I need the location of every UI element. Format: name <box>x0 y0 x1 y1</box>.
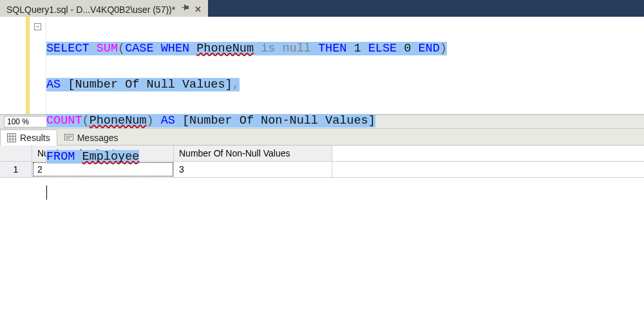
zoom-value: 100 % <box>7 117 29 126</box>
results-grid-icon <box>7 133 16 142</box>
ssms-window: SQLQuery1.sql - D...V4KQ0B2\user (57))* … <box>0 0 644 322</box>
outline-toggle[interactable]: − <box>30 17 46 114</box>
document-tab-title: SQLQuery1.sql - D...V4KQ0B2\user (57))* <box>6 5 175 15</box>
row-selector-header[interactable] <box>0 146 32 161</box>
row-number[interactable]: 1 <box>0 162 32 177</box>
tab-messages-label: Messages <box>77 133 118 143</box>
code-text[interactable]: SELECT SUM(CASE WHEN PhoneNum is null TH… <box>46 17 450 114</box>
tab-messages[interactable]: Messages <box>57 129 126 146</box>
pin-icon[interactable] <box>182 5 189 14</box>
sql-editor[interactable]: − SELECT SUM(CASE WHEN PhoneNum is null … <box>0 17 644 115</box>
editor-margin: − <box>0 17 46 114</box>
tab-results[interactable]: Results <box>0 129 57 146</box>
text-caret <box>46 185 47 200</box>
collapse-icon[interactable]: − <box>34 23 41 30</box>
tab-actions: ✕ <box>182 5 202 14</box>
tab-results-label: Results <box>20 133 50 143</box>
document-tab[interactable]: SQLQuery1.sql - D...V4KQ0B2\user (57))* … <box>0 0 208 17</box>
messages-icon <box>64 133 73 142</box>
svg-rect-0 <box>8 134 16 142</box>
close-icon[interactable]: ✕ <box>194 5 202 14</box>
document-tab-strip: SQLQuery1.sql - D...V4KQ0B2\user (57))* … <box>0 0 644 17</box>
